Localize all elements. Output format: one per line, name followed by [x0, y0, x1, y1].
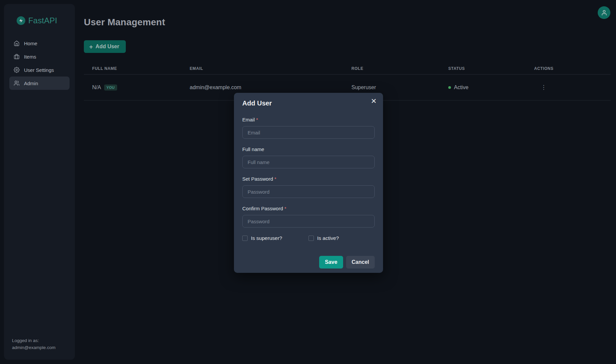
required-marker: *	[275, 176, 277, 182]
cancel-button[interactable]: Cancel	[346, 256, 375, 269]
sidebar-item-home[interactable]: Home	[9, 37, 70, 50]
logged-in-info: Logged in as: admin@example.com	[12, 337, 56, 351]
add-user-modal: Add User ✕ Email* Full name Set Password…	[234, 93, 383, 273]
logged-in-label: Logged in as:	[12, 337, 56, 344]
full-name-field-label: Full name	[242, 146, 375, 153]
label-text: Confirm Password	[242, 206, 283, 211]
brand-name: FastAPI	[28, 16, 57, 25]
label-text: Email	[242, 117, 255, 122]
users-icon	[14, 80, 20, 86]
sidebar-item-label: Home	[24, 41, 37, 46]
column-header-status: STATUS	[440, 66, 526, 74]
checkbox-icon	[242, 236, 248, 241]
modal-actions: Save Cancel	[242, 256, 375, 269]
email-field-block: Email*	[242, 116, 375, 139]
logged-in-email: admin@example.com	[12, 344, 56, 351]
cell-status: Active	[440, 85, 526, 91]
column-header-full-name: FULL NAME	[84, 66, 181, 74]
close-icon[interactable]: ✕	[368, 95, 379, 106]
is-active-checkbox[interactable]: Is active?	[308, 235, 375, 241]
cell-role: Superuser	[343, 85, 440, 91]
required-marker: *	[285, 206, 287, 211]
required-marker: *	[256, 117, 258, 122]
status-active-dot	[448, 86, 451, 89]
confirm-password-field-label: Confirm Password*	[242, 205, 375, 212]
cell-full-name: N/A YOU	[84, 85, 181, 91]
confirm-password-field[interactable]	[242, 215, 375, 228]
status-label: Active	[454, 85, 469, 91]
table-header-row: FULL NAME EMAIL ROLE STATUS ACTIONS	[84, 66, 611, 75]
checkbox-row: Is superuser? Is active?	[242, 235, 375, 242]
sidebar-item-admin[interactable]: Admin	[9, 77, 70, 90]
modal-title: Add User	[242, 99, 375, 107]
email-field-label: Email*	[242, 116, 375, 123]
confirm-password-field-block: Confirm Password*	[242, 205, 375, 228]
full-name-field[interactable]	[242, 156, 375, 168]
label-text: Set Password	[242, 176, 273, 182]
full-name-value: N/A	[92, 85, 101, 91]
is-superuser-label: Is superuser?	[251, 235, 282, 241]
email-field[interactable]	[242, 126, 375, 139]
user-menu-button[interactable]	[598, 6, 610, 19]
column-header-role: ROLE	[343, 66, 440, 74]
briefcase-icon	[14, 54, 20, 60]
add-user-button-label: Add User	[96, 44, 119, 50]
set-password-field[interactable]	[242, 185, 375, 198]
set-password-field-label: Set Password*	[242, 176, 375, 182]
is-active-label: Is active?	[317, 235, 339, 241]
home-icon	[14, 40, 20, 46]
plus-icon: +	[89, 44, 93, 50]
user-avatar-icon	[601, 10, 607, 16]
lightning-bolt-icon	[17, 16, 25, 25]
you-badge: YOU	[104, 85, 117, 91]
add-user-button[interactable]: + Add User	[84, 40, 126, 53]
sidebar: FastAPI Home Items User Settings Admin L…	[4, 4, 75, 360]
kebab-icon: ⋮	[541, 84, 546, 91]
sidebar-nav: Home Items User Settings Admin	[9, 37, 70, 90]
save-button[interactable]: Save	[319, 256, 343, 269]
page-title: User Management	[84, 17, 611, 27]
column-header-email: EMAIL	[181, 66, 343, 74]
column-header-actions: ACTIONS	[526, 66, 611, 74]
set-password-field-block: Set Password*	[242, 176, 375, 198]
checkbox-icon	[308, 236, 314, 241]
label-text: Full name	[242, 146, 264, 152]
row-actions-menu-button[interactable]: ⋮	[539, 83, 548, 91]
gear-icon	[14, 67, 20, 73]
cell-actions: ⋮	[526, 83, 611, 91]
sidebar-item-items[interactable]: Items	[9, 50, 70, 63]
is-superuser-checkbox[interactable]: Is superuser?	[242, 235, 308, 241]
cell-email: admin@example.com	[181, 85, 343, 91]
sidebar-item-label: Items	[24, 54, 36, 60]
sidebar-item-label: User Settings	[24, 67, 54, 73]
full-name-field-block: Full name	[242, 146, 375, 168]
fastapi-logo: FastAPI	[9, 16, 70, 25]
sidebar-item-user-settings[interactable]: User Settings	[9, 63, 70, 77]
sidebar-item-label: Admin	[24, 81, 38, 86]
